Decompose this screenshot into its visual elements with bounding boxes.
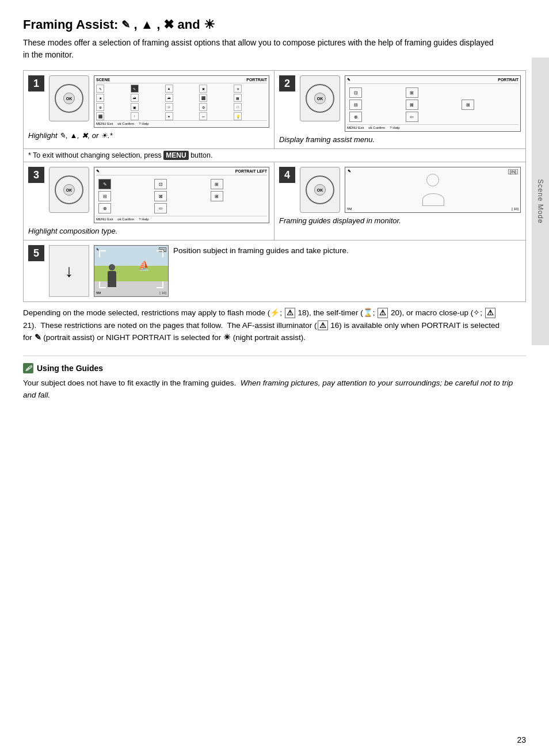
step-2-number: 2: [279, 75, 295, 91]
note-text: * To exit without changing selection, pr…: [28, 151, 162, 159]
title-and: and: [177, 17, 200, 32]
intro-text: These modes offer a selection of framing…: [23, 37, 495, 61]
guides-body: Your subject does not have to fit exactl…: [23, 377, 526, 402]
step-1-screen: SCENE PORTRAIT ✎ ✎ ▲ ✖ ☀ ★ ⛰ ⛰ ⬛ ▦: [94, 75, 269, 128]
ref-icon-af: ⚠: [318, 320, 328, 331]
title-icon4: ☀: [204, 17, 215, 32]
ok-button-1: OK: [63, 93, 75, 104]
guides-section: 🖊 Using the Guides Your subject does not…: [23, 356, 526, 402]
step-5-number: 5: [28, 245, 44, 261]
guides-icon: 🖊: [23, 363, 33, 373]
step-3-camera: OK: [49, 167, 89, 213]
step-5-screen: ✎ [IN] ⛵ 5M [ 10]: [94, 245, 169, 297]
guides-text-plain: Your subject does not have to fit exactl…: [23, 379, 236, 387]
title-icon1: ✎: [121, 18, 130, 31]
step-4-screen: ✎ [IN] 5M [ 10]: [345, 167, 521, 213]
steps-row2: 3 OK ✎ PORTRAIT LEFT ✎ ⊡ ⊞: [24, 162, 525, 240]
steps-row1: 1 OK SCENE PORTRAIT ✎ ✎: [24, 71, 525, 149]
ref-icon-timer: ⚠: [378, 308, 388, 318]
step-3-cell: 3 OK ✎ PORTRAIT LEFT ✎ ⊡ ⊞: [24, 162, 274, 240]
ok-button-4: OK: [314, 184, 326, 196]
title-comma1: ,: [134, 17, 137, 32]
step-4-caption: Framing guides displayed in monitor.: [279, 216, 521, 225]
step-1-camera: OK: [49, 75, 89, 121]
scene-label: SCENE: [96, 78, 110, 82]
step-1-number: 1: [28, 75, 44, 91]
ref-icon-flash: ⚠: [285, 308, 295, 318]
dpad-4: OK: [306, 175, 334, 204]
ref-icon-macro: ⚠: [485, 308, 495, 318]
note-suffix: button.: [190, 151, 212, 159]
dpad-3: OK: [55, 175, 83, 204]
guides-title-text: Using the Guides: [37, 364, 103, 373]
step-1-cell: 1 OK SCENE PORTRAIT ✎ ✎: [24, 71, 274, 148]
note-row: * To exit without changing selection, pr…: [24, 149, 525, 162]
page-title: Framing Assist: ✎ , ▲ , ✖ and ☀: [23, 17, 526, 32]
side-bar-label: Scene Mode: [536, 179, 544, 223]
title-icon3: ✖: [163, 17, 174, 32]
menu-button-label: MENU: [163, 151, 188, 160]
title-icon2: ▲: [141, 17, 154, 32]
step-3-number: 3: [28, 167, 44, 183]
step-4-number: 4: [279, 167, 295, 183]
night-portrait-icon: ☀: [223, 333, 231, 342]
step-2-camera: OK: [300, 75, 340, 121]
portrait-label: PORTRAIT: [246, 78, 267, 82]
step-5-caption: Position subject in framing guides and t…: [173, 245, 521, 257]
title-comma2: ,: [157, 17, 160, 32]
title-text: Framing Assist:: [23, 17, 118, 32]
page-number: 23: [517, 735, 526, 744]
step-2-cell: 2 OK ✎ PORTRAIT ⊡ ⊞: [274, 71, 525, 148]
step-4-cell: 4 OK ✎ [IN] 5M [ 10]: [274, 162, 525, 240]
steps-container: 1 OK SCENE PORTRAIT ✎ ✎: [23, 70, 526, 302]
step-3-screen: ✎ PORTRAIT LEFT ✎ ⊡ ⊞ ⊟ ⊠ ⊞ ⊗ ⇦: [94, 167, 269, 223]
guides-title: 🖊 Using the Guides: [23, 363, 526, 373]
step-2-caption: Display framing assist menu.: [279, 135, 521, 144]
step-3-caption: Highlight composition type.: [28, 227, 269, 235]
dpad-1: OK: [55, 84, 83, 113]
ok-button-2: OK: [314, 93, 326, 104]
step-2-screen: ✎ PORTRAIT ⊡ ⊞ ⊟ ⊠ ⊞ ⊗ ⇦: [345, 75, 521, 132]
ok-button-3: OK: [63, 184, 75, 196]
step-1-caption: Highlight ✎, ▲, ✖, or ☀.*: [28, 131, 269, 140]
step-4-camera: OK: [300, 167, 340, 213]
portrait-assist-icon: ✎: [35, 333, 41, 342]
side-bar: Scene Mode: [532, 58, 549, 345]
step-5-indicator: ↓: [49, 245, 89, 297]
dpad-2: OK: [306, 84, 334, 113]
step-5-cell: 5 ↓ ✎ [IN] ⛵ 5M [ 10]: [24, 240, 525, 301]
description: Depending on the mode selected, restrict…: [23, 307, 506, 344]
